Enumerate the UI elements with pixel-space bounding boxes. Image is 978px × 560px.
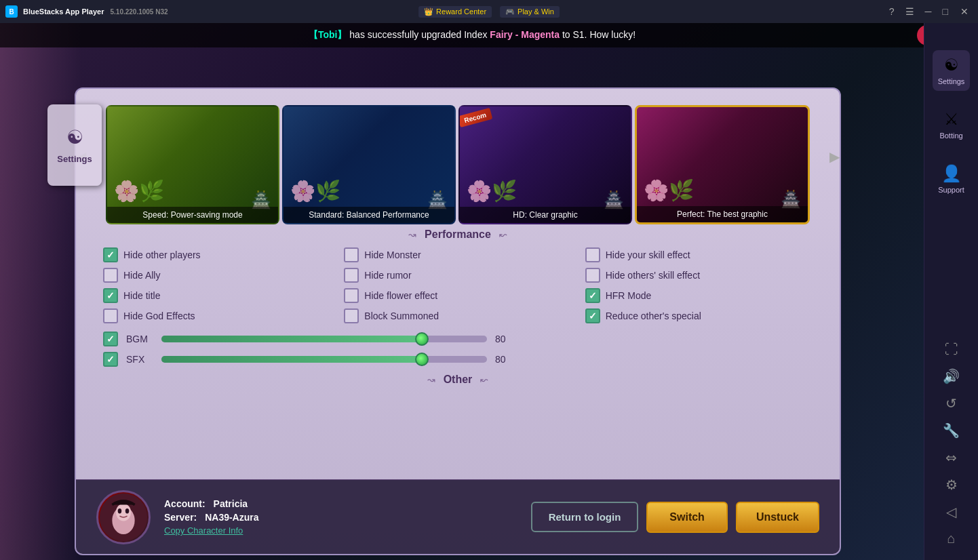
account-server-line: Server: NA39-Azura bbox=[164, 512, 517, 523]
avatar bbox=[96, 490, 151, 544]
svg-point-3 bbox=[118, 508, 122, 513]
perf-reduce-others-special[interactable]: Reduce other's special bbox=[585, 308, 813, 323]
home-icon[interactable]: ⌂ bbox=[947, 531, 955, 546]
perf-hide-others-skill[interactable]: Hide others' skill effect bbox=[585, 268, 813, 283]
account-info: Account: Patricia Server: NA39-Azura Cop… bbox=[164, 498, 517, 536]
play-win-btn[interactable]: 🎮 Play & Win bbox=[500, 6, 560, 18]
graphic-card-hd[interactable]: Recom HD: Clear graphic bbox=[458, 105, 632, 224]
label-hide-ally: Hide Ally bbox=[123, 270, 160, 281]
account-name-line: Account: Patricia bbox=[164, 498, 517, 509]
perf-hide-other-players[interactable]: Hide other players bbox=[103, 247, 330, 262]
support-icon: 👤 bbox=[941, 164, 962, 183]
graphic-cards-wrapper: ◀ Speed: Power-saving mode Standard: Bal… bbox=[76, 89, 840, 224]
unstuck-button[interactable]: Unstuck bbox=[736, 502, 819, 533]
graphic-card-speed[interactable]: Speed: Power-saving mode bbox=[106, 105, 279, 224]
return-to-login-button[interactable]: Return to login bbox=[531, 502, 639, 532]
graphic-card-standard[interactable]: Standard: Balanced Performance bbox=[282, 105, 456, 224]
bgm-fill bbox=[161, 336, 422, 342]
perf-hide-title[interactable]: Hide title bbox=[103, 288, 330, 303]
app-logo: B bbox=[5, 5, 18, 18]
main-layout: 【Tobi】 has successfully upgraded Index F… bbox=[0, 23, 978, 560]
sfx-thumb[interactable] bbox=[415, 353, 429, 366]
checkbox-reduce-others-special[interactable] bbox=[585, 308, 600, 323]
sidebar-item-botting[interactable]: ⚔ Botting bbox=[934, 104, 968, 145]
notification-bar: 【Tobi】 has successfully upgraded Index F… bbox=[0, 23, 944, 47]
perf-hide-rumor[interactable]: Hide rumor bbox=[344, 268, 571, 283]
support-sidebar-label: Support bbox=[938, 186, 964, 194]
checkbox-bgm[interactable] bbox=[103, 332, 118, 346]
sidebar-item-support[interactable]: 👤 Support bbox=[933, 159, 970, 199]
tools-icon[interactable]: 🔧 bbox=[943, 422, 960, 439]
graphic-card-perfect[interactable]: Perfect: The best graphic bbox=[635, 105, 810, 224]
volume-icon[interactable]: 🔊 bbox=[943, 368, 960, 384]
perf-block-summoned[interactable]: Block Summoned bbox=[344, 308, 571, 323]
checkbox-hide-other-players[interactable] bbox=[103, 247, 118, 262]
switch-button[interactable]: Switch bbox=[646, 502, 728, 533]
bgm-thumb[interactable] bbox=[415, 332, 429, 346]
sfx-label: SFX bbox=[126, 354, 153, 365]
settings-sidebar-label: Settings bbox=[938, 77, 965, 85]
cards-nav-right[interactable]: ▶ bbox=[829, 148, 840, 165]
graphic-cards: Speed: Power-saving mode Standard: Balan… bbox=[95, 97, 821, 233]
reward-center-btn[interactable]: 👑 Reward Center bbox=[418, 6, 492, 18]
gear-icon[interactable]: ⚙ bbox=[945, 477, 958, 493]
perf-hide-flower[interactable]: Hide flower effect bbox=[344, 288, 571, 303]
settings-tab-label: Settings bbox=[57, 154, 92, 164]
settings-icon: ☯ bbox=[944, 56, 959, 75]
perf-hide-god-effects[interactable]: Hide God Effects bbox=[103, 308, 330, 323]
menu-icon[interactable]: ☰ bbox=[903, 5, 917, 18]
sfx-value: 80 bbox=[495, 354, 515, 365]
restore-icon[interactable]: □ bbox=[940, 5, 951, 18]
minimize-icon[interactable]: ─ bbox=[922, 5, 935, 18]
resize-icon[interactable]: ⇔ bbox=[945, 449, 957, 466]
label-hide-flower: Hide flower effect bbox=[364, 290, 437, 301]
label-hide-title: Hide title bbox=[123, 290, 160, 301]
checkbox-hide-monster[interactable] bbox=[344, 247, 359, 262]
bgm-label: BGM bbox=[126, 334, 153, 344]
card-scene-4 bbox=[637, 107, 808, 222]
perf-hide-ally[interactable]: Hide Ally bbox=[103, 268, 330, 283]
right-sidebar: ☯ Settings ⚔ Botting 👤 Support ⛶ 🔊 ↺ 🔧 ⇔… bbox=[924, 23, 978, 560]
botting-icon: ⚔ bbox=[944, 110, 959, 129]
help-icon[interactable]: ? bbox=[886, 5, 897, 18]
settings-panel: ◀ Speed: Power-saving mode Standard: Bal… bbox=[75, 87, 841, 555]
sfx-slider[interactable] bbox=[161, 356, 487, 363]
copy-character-info-link[interactable]: Copy Character Info bbox=[164, 525, 517, 536]
bgm-slider[interactable] bbox=[161, 336, 487, 342]
perf-hide-monster[interactable]: Hide Monster bbox=[344, 247, 571, 262]
checkbox-hide-others-skill[interactable] bbox=[585, 268, 600, 283]
other-title: Other bbox=[444, 374, 473, 386]
sfx-row: SFX 80 bbox=[103, 352, 813, 367]
close-icon[interactable]: ✕ bbox=[956, 5, 973, 18]
bottom-buttons: Return to login Switch Unstuck bbox=[531, 502, 819, 533]
checkbox-hfr-mode[interactable] bbox=[585, 288, 600, 303]
card-scene-2 bbox=[283, 106, 454, 223]
other-header: ↝ Other ↜ bbox=[76, 374, 840, 386]
checkbox-hide-your-skill[interactable] bbox=[585, 247, 600, 262]
settings-panel-content: ◀ Speed: Power-saving mode Standard: Bal… bbox=[76, 89, 840, 482]
sidebar-item-settings[interactable]: ☯ Settings bbox=[933, 50, 971, 91]
app-title: BlueStacks App Player 5.10.220.1005 N32 bbox=[23, 7, 168, 16]
bg-decoration bbox=[0, 23, 81, 560]
settings-tab-icon: ☯ bbox=[66, 126, 83, 148]
arrow-left-icon[interactable]: ◁ bbox=[946, 504, 956, 520]
fullscreen-icon[interactable]: ⛶ bbox=[945, 342, 958, 357]
bottom-bar: Account: Patricia Server: NA39-Azura Cop… bbox=[76, 479, 840, 554]
checkbox-hide-ally[interactable] bbox=[103, 268, 118, 283]
card-scene-1 bbox=[107, 106, 278, 223]
perf-hide-your-skill[interactable]: Hide your skill effect bbox=[585, 247, 813, 262]
checkbox-block-summoned[interactable] bbox=[344, 308, 359, 323]
label-hide-god-effects: Hide God Effects bbox=[123, 311, 195, 321]
card-label-standard: Standard: Balanced Performance bbox=[283, 207, 454, 223]
settings-tab[interactable]: ☯ Settings bbox=[47, 104, 102, 186]
title-bar-center: 👑 Reward Center 🎮 Play & Win bbox=[418, 6, 560, 18]
checkbox-hide-flower[interactable] bbox=[344, 288, 359, 303]
checkbox-hide-rumor[interactable] bbox=[344, 268, 359, 283]
checkbox-sfx[interactable] bbox=[103, 352, 118, 367]
perf-hfr-mode[interactable]: HFR Mode bbox=[585, 288, 813, 303]
bgm-row: BGM 80 bbox=[103, 332, 813, 346]
card-label-speed: Speed: Power-saving mode bbox=[107, 207, 278, 223]
checkbox-hide-title[interactable] bbox=[103, 288, 118, 303]
rotate-icon[interactable]: ↺ bbox=[945, 395, 957, 412]
checkbox-hide-god-effects[interactable] bbox=[103, 308, 118, 323]
